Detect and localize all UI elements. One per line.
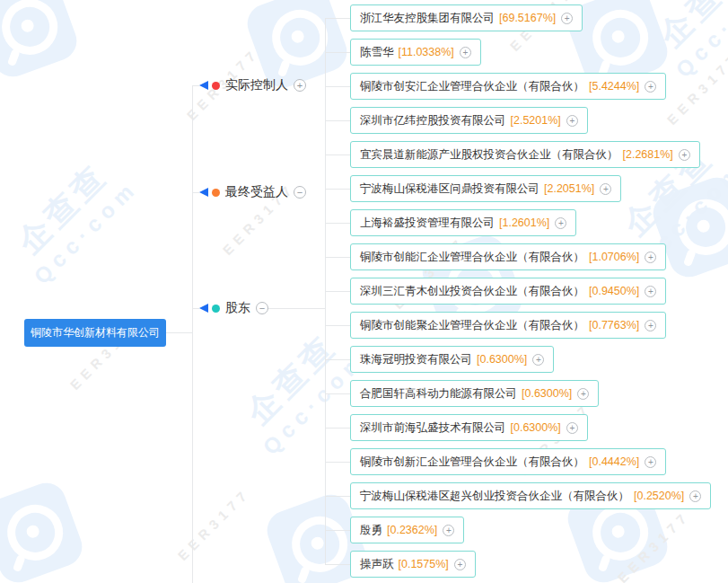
entity-share-percent: [69.5167%] bbox=[499, 12, 556, 24]
category-actual-controller[interactable]: 实际控制人 + bbox=[192, 76, 306, 94]
connector-stub bbox=[192, 192, 199, 193]
entity-share-percent: [0.7763%] bbox=[589, 319, 639, 331]
category-dot-icon bbox=[212, 189, 220, 197]
entity-node[interactable]: 殷勇 [0.2362%] + bbox=[350, 517, 464, 543]
entity-node[interactable]: 陈雪华 [11.0338%] + bbox=[350, 39, 481, 66]
magnifier-handle-icon bbox=[13, 554, 26, 572]
connector-stub bbox=[325, 189, 350, 190]
connector-stub bbox=[325, 496, 350, 497]
watermark-brand-text: 企查查Qcc·com bbox=[0, 134, 156, 302]
entity-node[interactable]: 铜陵市创新汇企业管理合伙企业（有限合伙） [0.4442%] + bbox=[350, 448, 666, 475]
expand-icon[interactable]: + bbox=[645, 456, 656, 468]
connector-line bbox=[192, 85, 193, 583]
entity-share-percent: [0.2520%] bbox=[634, 490, 684, 502]
expand-icon[interactable]: + bbox=[443, 525, 454, 536]
entity-name: 陈雪华 bbox=[360, 45, 394, 60]
category-dot-icon bbox=[212, 305, 220, 313]
entity-name: 深圳市亿纬控股投资有限公司 bbox=[360, 113, 506, 128]
entity-node[interactable]: 宁波梅山保税港区超兴创业投资合伙企业（有限合伙） [0.2520%] + bbox=[350, 482, 711, 509]
expand-icon[interactable]: + bbox=[645, 286, 656, 297]
expand-icon[interactable]: + bbox=[454, 559, 466, 570]
entity-name: 操声跃 bbox=[360, 557, 394, 572]
collapse-triangle-icon bbox=[199, 81, 208, 90]
magnifier-handle-icon bbox=[7, 49, 21, 66]
magnifier-handle-icon bbox=[277, 59, 291, 77]
qcc-logo-watermark-stamp bbox=[0, 477, 88, 583]
entity-share-percent: [2.5201%] bbox=[511, 114, 561, 127]
category-dot-icon bbox=[212, 82, 220, 90]
category-ultimate-beneficiary[interactable]: 最终受益人 − bbox=[192, 183, 306, 201]
qcc-logo-watermark-stamp bbox=[0, 0, 83, 83]
entity-node[interactable]: 宁波梅山保税港区问鼎投资有限公司 [2.2051%] + bbox=[350, 175, 621, 202]
root-company-node[interactable]: 铜陵市华创新材料有限公司 bbox=[24, 319, 166, 347]
connector-stub bbox=[325, 52, 350, 53]
magnifier-handle-icon bbox=[683, 249, 697, 267]
expand-icon[interactable]: − bbox=[294, 186, 306, 199]
connector-line bbox=[166, 332, 192, 333]
connector-line bbox=[267, 308, 325, 309]
connector-stub bbox=[325, 325, 350, 326]
entity-share-percent: [5.4244%] bbox=[589, 80, 639, 93]
entity-name: 铜陵市创安汇企业管理合伙企业（有限合伙） bbox=[360, 79, 584, 94]
entity-share-percent: [0.6300%] bbox=[511, 421, 561, 434]
category-label[interactable]: 股东 bbox=[225, 300, 250, 316]
connector-stub bbox=[325, 257, 350, 258]
entity-share-percent: [1.2601%] bbox=[499, 216, 549, 229]
entity-node[interactable]: 铜陵市创安汇企业管理合伙企业（有限合伙） [5.4244%] + bbox=[350, 73, 666, 100]
collapse-triangle-icon bbox=[199, 188, 208, 197]
connector-stub bbox=[325, 462, 350, 463]
entity-share-percent: [0.4442%] bbox=[589, 455, 639, 468]
entity-name: 宁波梅山保税港区问鼎投资有限公司 bbox=[360, 181, 539, 197]
entity-share-percent: [2.2681%] bbox=[623, 148, 673, 161]
entity-node[interactable]: 铜陵市创能汇企业管理合伙企业（有限合伙） [1.0706%] + bbox=[350, 243, 666, 270]
category-label[interactable]: 实际控制人 bbox=[225, 77, 288, 93]
connector-stub bbox=[192, 308, 199, 309]
expand-icon[interactable]: + bbox=[577, 388, 589, 400]
entity-name: 珠海冠明投资有限公司 bbox=[360, 352, 472, 367]
entity-name: 铜陵市创能聚企业管理合伙企业（有限合伙） bbox=[360, 318, 584, 333]
connector-stub bbox=[325, 393, 350, 394]
collapse-triangle-icon bbox=[199, 304, 208, 313]
connector-stub bbox=[325, 359, 350, 360]
entity-name: 殷勇 bbox=[360, 523, 382, 538]
entity-name: 合肥国轩高科动力能源有限公司 bbox=[360, 386, 517, 402]
entity-node[interactable]: 铜陵市创能聚企业管理合伙企业（有限合伙） [0.7763%] + bbox=[350, 312, 666, 339]
category-label[interactable]: 最终受益人 bbox=[225, 184, 288, 200]
entity-node[interactable]: 操声跃 [0.1575%] + bbox=[350, 551, 476, 578]
entity-name: 铜陵市创新汇企业管理合伙企业（有限合伙） bbox=[360, 455, 584, 470]
entity-share-percent: [11.0338%] bbox=[399, 46, 454, 58]
collapse-icon[interactable]: − bbox=[256, 302, 268, 314]
expand-icon[interactable]: + bbox=[645, 252, 656, 263]
expand-icon[interactable]: + bbox=[645, 320, 656, 331]
expand-icon[interactable]: + bbox=[561, 13, 573, 24]
magnifier-handle-icon bbox=[598, 554, 611, 572]
category-shareholders[interactable]: 股东 − bbox=[192, 299, 268, 317]
connector-stub bbox=[192, 85, 199, 86]
entity-name: 浙江华友控股集团有限公司 bbox=[360, 11, 495, 26]
expand-icon[interactable]: + bbox=[679, 149, 690, 161]
expand-icon[interactable]: + bbox=[460, 47, 471, 58]
connector-stub bbox=[325, 18, 350, 19]
connector-stub bbox=[325, 120, 350, 121]
entity-share-percent: [1.0706%] bbox=[589, 251, 639, 263]
entity-node[interactable]: 珠海冠明投资有限公司 [0.6300%] + bbox=[350, 346, 554, 373]
expand-icon[interactable]: + bbox=[689, 490, 701, 502]
expand-icon[interactable]: + bbox=[566, 422, 578, 434]
expand-icon[interactable]: + bbox=[645, 81, 656, 93]
entity-share-percent: [0.6300%] bbox=[477, 353, 527, 366]
expand-icon[interactable]: + bbox=[294, 79, 306, 92]
entity-node[interactable]: 合肥国轩高科动力能源有限公司 [0.6300%] + bbox=[350, 380, 599, 407]
entity-node[interactable]: 宜宾晨道新能源产业股权投资合伙企业（有限合伙） [2.2681%] + bbox=[350, 141, 700, 168]
entity-node[interactable]: 深圳市前海弘盛技术有限公司 [0.6300%] + bbox=[350, 414, 588, 441]
entity-name: 深圳三汇青木创业投资合伙企业（有限合伙） bbox=[360, 284, 584, 299]
entity-name: 深圳市前海弘盛技术有限公司 bbox=[360, 420, 506, 436]
expand-icon[interactable]: + bbox=[600, 183, 611, 195]
expand-icon[interactable]: + bbox=[566, 115, 578, 127]
entity-node[interactable]: 浙江华友控股集团有限公司 [69.5167%] + bbox=[350, 4, 583, 31]
expand-icon[interactable]: + bbox=[555, 217, 566, 229]
entity-name: 宁波梅山保税港区超兴创业投资合伙企业（有限合伙） bbox=[360, 489, 629, 504]
entity-node[interactable]: 上海裕盛投资管理有限公司 [1.2601%] + bbox=[350, 209, 576, 236]
entity-node[interactable]: 深圳市亿纬控股投资有限公司 [2.5201%] + bbox=[350, 107, 588, 134]
expand-icon[interactable]: + bbox=[532, 354, 544, 366]
entity-node[interactable]: 深圳三汇青木创业投资合伙企业（有限合伙） [0.9450%] + bbox=[350, 278, 666, 305]
